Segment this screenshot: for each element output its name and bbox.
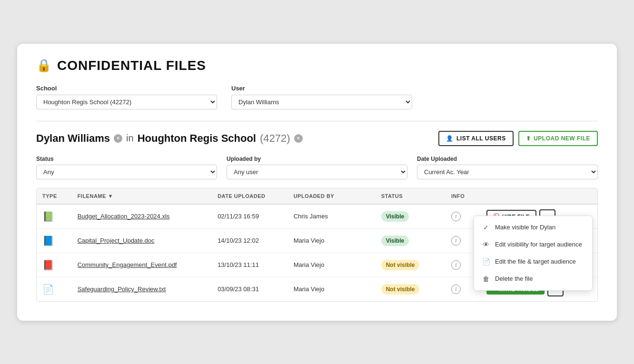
table-header-row: TYPE FILENAME ▼ DATE UPLOADED UPLOADED B… (37, 188, 597, 204)
dropdown-item-label: Edit visibility for target audience (495, 241, 582, 248)
school-select[interactable]: Houghton Regis School (42272) (36, 95, 217, 109)
time-value: 08:31 (243, 285, 259, 293)
uploader-name: Maria Viejo (294, 261, 325, 268)
th-date: DATE UPLOADED (212, 188, 288, 204)
uploader-name: Maria Viejo (294, 285, 325, 293)
user-label: User (231, 85, 412, 92)
remove-school-badge[interactable]: × (294, 134, 303, 143)
section-actions: 👤 LIST ALL USERS ⬆ UPLOAD NEW FILE (438, 131, 598, 146)
filename-link[interactable]: Budget_Allocation_2023-2024.xls (78, 213, 170, 220)
dropdown-item-icon: 👁 (482, 241, 490, 248)
dropdown-item-icon: 🗑 (482, 275, 490, 283)
status-cell: Not visible (376, 277, 446, 301)
upload-new-file-button[interactable]: ⬆ UPLOAD NEW FILE (518, 131, 598, 146)
school-filter-group: School Houghton Regis School (42272) (36, 85, 217, 109)
type-cell: 📕 (37, 253, 72, 277)
status-select[interactable]: Any (36, 165, 217, 179)
date-cell: 03/09/23 08:31 (212, 277, 288, 301)
upload-label: UPLOAD NEW FILE (534, 135, 590, 142)
divider (36, 121, 598, 121)
list-all-users-button[interactable]: 👤 LIST ALL USERS (438, 131, 513, 146)
type-cell: 📗 (37, 204, 72, 229)
th-info: INFO (446, 188, 481, 204)
top-filters: School Houghton Regis School (42272) Use… (36, 85, 598, 109)
uploaded-by-cell: Maria Viejo (288, 253, 376, 277)
status-badge: Not visible (381, 260, 420, 270)
uploaded-by-cell: Chris James (288, 204, 376, 229)
uploaded-by-cell: Maria Viejo (288, 277, 376, 301)
date-value: 03/09/23 (218, 285, 242, 293)
dropdown-item-label: Edit the file & target audience (495, 258, 576, 265)
user-filter-group: User Dylan Williams (231, 85, 412, 109)
type-cell: 📘 (37, 228, 72, 253)
in-word: in (126, 133, 134, 144)
page-header: 🔒 CONFIDENTIAL FILES (36, 58, 598, 73)
user-icon: 👤 (446, 135, 454, 142)
filename-cell: Capital_Project_Update.doc (72, 228, 212, 253)
type-cell: 📄 (37, 277, 72, 301)
uploader-name: Maria Viejo (294, 237, 325, 244)
table-head: TYPE FILENAME ▼ DATE UPLOADED UPLOADED B… (37, 188, 597, 204)
dropdown-item[interactable]: 👁 Edit visibility for target audience (474, 236, 592, 253)
filename-cell: Community_Engagement_Event.pdf (72, 253, 212, 277)
filename-link[interactable]: Safeguarding_Policy_Review.txt (78, 285, 166, 293)
th-type: TYPE (37, 188, 72, 204)
dropdown-item[interactable]: ✓ Make visible for Dylan (474, 219, 592, 236)
context-dropdown-menu: ✓ Make visible for Dylan 👁 Edit visibili… (474, 216, 593, 291)
date-value: 14/10/23 (218, 237, 242, 244)
sub-filters: Status Any Uploaded by Any user Date Upl… (36, 156, 598, 179)
filename-cell: Budget_Allocation_2023-2024.xls (72, 204, 212, 229)
main-card: 🔒 CONFIDENTIAL FILES School Houghton Reg… (17, 44, 617, 321)
section-school-name: Houghton Regis School (138, 132, 256, 145)
info-icon[interactable]: i (451, 212, 461, 221)
date-select[interactable]: Current Ac. Year (417, 165, 598, 179)
dropdown-item-icon: 📄 (482, 258, 490, 266)
file-type-icon: 📕 (42, 259, 54, 271)
dropdown-item[interactable]: 📄 Edit the file & target audience (474, 253, 592, 270)
date-value: 13/10/23 (218, 261, 242, 268)
date-cell: 13/10/23 11:11 (212, 253, 288, 277)
status-filter-group: Status Any (36, 156, 217, 179)
date-filter-group: Date Uploaded Current Ac. Year (417, 156, 598, 179)
section-title: Dylan Williams × in Houghton Regis Schoo… (36, 132, 303, 145)
dropdown-item-icon: ✓ (482, 224, 490, 231)
filename-cell: Safeguarding_Policy_Review.txt (72, 277, 212, 301)
uploader-name: Chris James (294, 213, 328, 220)
status-badge: Visible (381, 211, 409, 222)
info-icon[interactable]: i (451, 236, 461, 246)
page-title: CONFIDENTIAL FILES (57, 58, 206, 73)
filename-link[interactable]: Community_Engagement_Event.pdf (78, 261, 177, 268)
filename-link[interactable]: Capital_Project_Update.doc (78, 237, 155, 244)
dropdown-item-label: Make visible for Dylan (495, 224, 555, 231)
uploaded-by-label: Uploaded by (227, 156, 407, 162)
remove-user-badge[interactable]: × (114, 134, 122, 143)
section-user-name: Dylan Williams (36, 132, 110, 145)
status-badge: Not visible (381, 284, 420, 295)
file-type-icon: 📘 (42, 235, 54, 246)
status-cell: Not visible (376, 253, 446, 277)
list-users-label: LIST ALL USERS (456, 135, 506, 142)
status-badge: Visible (381, 236, 409, 246)
th-status: STATUS (376, 188, 446, 204)
dropdown-item-label: Delete the file (495, 275, 533, 282)
file-type-icon: 📗 (42, 211, 54, 222)
info-icon[interactable]: i (451, 285, 461, 294)
section-school-id: (4272) (260, 132, 290, 145)
time-value: 16:59 (243, 213, 259, 220)
lock-icon: 🔒 (36, 58, 51, 73)
status-cell: Visible (376, 204, 446, 229)
status-label: Status (36, 156, 217, 162)
status-cell: Visible (376, 228, 446, 253)
th-actions (481, 188, 597, 204)
th-uploaded-by: UPLOADED BY (288, 188, 376, 204)
user-select[interactable]: Dylan Williams (231, 95, 412, 109)
info-icon[interactable]: i (451, 260, 461, 270)
time-value: 11:11 (243, 261, 259, 268)
uploaded-by-filter-group: Uploaded by Any user (227, 156, 407, 179)
uploaded-by-select[interactable]: Any user (227, 165, 407, 179)
dropdown-item[interactable]: 🗑 Delete the file (474, 270, 592, 287)
th-filename: FILENAME ▼ (72, 188, 212, 204)
file-type-icon: 📄 (42, 284, 54, 295)
date-cell: 02/11/23 16:59 (212, 204, 288, 229)
uploaded-by-cell: Maria Viejo (288, 228, 376, 253)
